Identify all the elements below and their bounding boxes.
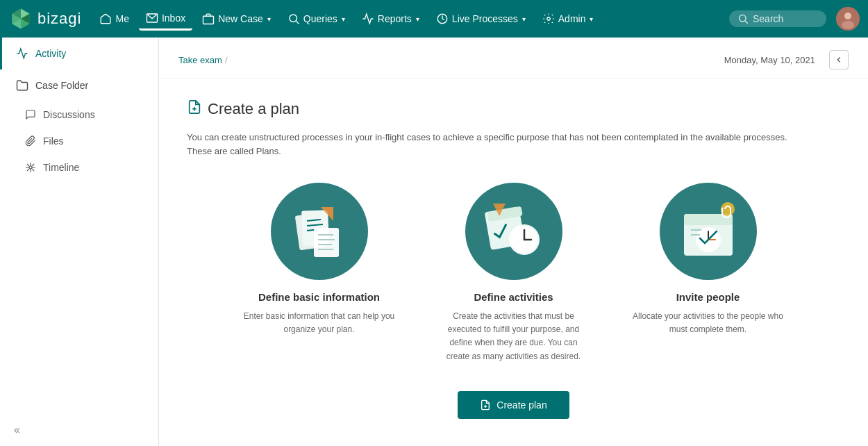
new-case-chevron: ▾ [267, 15, 271, 23]
sidebar-label-activity: Activity [35, 48, 66, 59]
card-define-basic: Define basic information Enter basic inf… [243, 183, 396, 363]
card-desc-define-activities: Create the activities that must be execu… [437, 310, 590, 363]
queries-chevron: ▾ [342, 15, 345, 23]
svg-point-17 [842, 21, 854, 29]
nav-label-reports: Reports [378, 13, 412, 24]
cards-row: Define basic information Enter basic inf… [187, 183, 840, 363]
search-placeholder: Search [753, 13, 783, 24]
activity-icon [16, 47, 28, 60]
user-avatar[interactable] [836, 7, 860, 31]
admin-chevron: ▾ [590, 15, 593, 23]
sidebar-toggle-button[interactable] [829, 50, 849, 69]
sidebar-label-files: Files [43, 135, 64, 147]
brand-logo[interactable]: bizagi [8, 6, 81, 31]
nav-label-me: Me [115, 13, 128, 24]
svg-point-18 [29, 166, 32, 169]
svg-point-12 [547, 17, 551, 21]
card-desc-define-basic: Enter basic information that can help yo… [243, 310, 396, 336]
nav-label-admin: Admin [558, 13, 586, 24]
sidebar-collapse-button[interactable]: « [14, 424, 20, 436]
folder-icon [16, 79, 28, 92]
paperclip-icon [25, 135, 36, 147]
svg-rect-45 [684, 214, 733, 225]
sidebar-item-timeline[interactable]: Timeline [0, 154, 158, 181]
nav-item-reports[interactable]: Reports ▾ [355, 8, 426, 29]
svg-rect-8 [203, 16, 214, 24]
nav-label-queries: Queries [303, 13, 337, 24]
svg-point-9 [290, 15, 297, 22]
chat-icon [25, 109, 36, 120]
sidebar-label-case-folder: Case Folder [35, 80, 88, 91]
main-layout: Activity Case Folder Discussions Files T… [0, 38, 868, 446]
nav-label-live-processes: Live Processes [452, 13, 518, 24]
card-image-invite-people [660, 183, 757, 280]
card-invite-people: Invite people Allocate your activities t… [632, 183, 785, 363]
card-desc-invite-people: Allocate your activities to the people w… [632, 310, 785, 336]
breadcrumb-date: Monday, May 10, 2021 [724, 55, 815, 65]
search-icon [737, 13, 749, 24]
sidebar-item-activity[interactable]: Activity [0, 38, 158, 69]
sidebar: Activity Case Folder Discussions Files T… [0, 38, 159, 446]
live-processes-chevron: ▾ [522, 15, 526, 23]
card-image-define-activities [465, 183, 562, 280]
nav-item-me[interactable]: Me [92, 8, 135, 29]
sidebar-bottom: « [0, 414, 158, 446]
card-title-invite-people: Invite people [676, 291, 740, 303]
svg-line-10 [296, 21, 299, 24]
nav-label-new-case: New Case [218, 13, 263, 24]
main-content: Take exam / Monday, May 10, 2021 Create … [159, 38, 868, 446]
sidebar-label-discussions: Discussions [43, 109, 95, 120]
svg-point-13 [740, 15, 746, 22]
create-plan-button[interactable]: Create plan [458, 391, 569, 419]
nav-label-inbox: Inbox [162, 13, 185, 24]
card-define-activities: Define activities Create the activities … [437, 183, 590, 363]
nav-item-inbox[interactable]: Inbox [139, 8, 192, 31]
svg-line-14 [745, 21, 748, 24]
breadcrumb-link[interactable]: Take exam [178, 55, 222, 65]
page-title: Create a plan [187, 99, 840, 118]
card-title-define-basic: Define basic information [258, 291, 380, 303]
create-plan-icon [480, 399, 491, 411]
sidebar-item-files[interactable]: Files [0, 128, 158, 154]
reports-chevron: ▾ [416, 15, 419, 23]
page-body: Create a plan You can create unstructure… [159, 79, 868, 446]
card-image-define-basic [271, 183, 368, 280]
breadcrumb-bar: Take exam / Monday, May 10, 2021 [159, 38, 868, 79]
nav-item-live-processes[interactable]: Live Processes ▾ [429, 8, 533, 29]
nav-item-admin[interactable]: Admin ▾ [535, 8, 601, 29]
nav-item-queries[interactable]: Queries ▾ [281, 8, 352, 29]
sidebar-item-case-folder[interactable]: Case Folder [0, 69, 158, 101]
page-title-icon [187, 99, 202, 118]
brand-name: bizagi [37, 10, 81, 28]
svg-point-16 [844, 13, 851, 19]
create-plan-button-label: Create plan [496, 399, 546, 411]
sidebar-item-discussions[interactable]: Discussions [0, 101, 158, 128]
page-description: You can create unstructured processes in… [187, 131, 812, 158]
page-title-text: Create a plan [208, 100, 299, 118]
breadcrumb-separator: / [225, 55, 228, 65]
create-plan-row: Create plan [187, 391, 840, 419]
timeline-icon [25, 162, 36, 173]
top-navigation: bizagi Me Inbox New Case ▾ Queries ▾ Rep… [0, 0, 868, 38]
card-title-define-activities: Define activities [474, 291, 553, 303]
svg-rect-30 [314, 228, 339, 257]
nav-item-new-case[interactable]: New Case ▾ [195, 8, 278, 29]
breadcrumb: Take exam / [178, 55, 228, 65]
sidebar-label-timeline: Timeline [43, 162, 79, 173]
search-box[interactable]: Search [729, 10, 826, 27]
breadcrumb-right: Monday, May 10, 2021 [724, 50, 849, 69]
